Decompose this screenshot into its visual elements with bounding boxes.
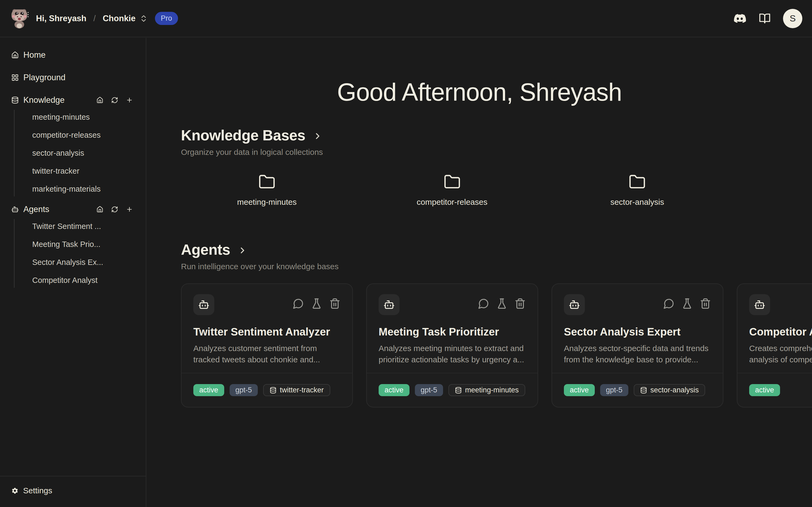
agent-card[interactable]: Competitor Analyst Creates comprehensive… [737,283,812,407]
sidebar-agent-item[interactable]: Meeting Task Prio... [32,235,139,253]
kb-section-subtitle: Organize your data in logical collection… [181,148,723,157]
agent-card[interactable]: Twitter Sentiment Analyzer Analyzes cust… [181,283,353,407]
agent-description: Analyzes meeting minutes to extract and … [379,343,526,365]
agent-card-footer: active gpt-5 twitter-tracker [181,373,352,407]
sidebar-item-settings[interactable]: Settings [11,486,134,495]
sidebar-item-agents[interactable]: Agents [11,202,139,217]
folder-icon [629,173,646,190]
sidebar-agent-item[interactable]: Competitor Analyst [32,271,139,289]
sidebar-item-label: Agents [23,205,49,214]
kb-section-header[interactable]: Knowledge Bases [181,127,723,144]
agent-description: Creates comprehensive analysis of compet… [749,343,812,365]
top-bar: Hi, Shreyash / Chonkie Pro S [0,0,812,37]
sidebar-item-label: Settings [23,486,52,495]
plus-icon[interactable] [126,97,133,104]
sidebar-footer: Settings [0,476,146,507]
workspace-name[interactable]: Chonkie [103,14,136,23]
gear-icon [11,487,18,494]
avatar[interactable]: S [783,9,802,28]
sidebar-kb-item[interactable]: sector-analysis [32,144,139,162]
sidebar-item-label: Home [23,50,46,60]
sidebar-nav: Home Playground Knowledge meeting-minute… [0,38,146,289]
trash-icon[interactable] [515,298,526,309]
grid-icon [11,74,19,81]
docs-book-icon[interactable] [759,13,771,24]
agent-card-footer: active gpt-5 meeting-minutes [367,373,538,407]
agents-actions [96,206,139,213]
agents-subtree: Twitter Sentiment ... Meeting Task Prio.… [11,217,139,289]
sidebar: Home Playground Knowledge meeting-minute… [0,38,146,507]
sidebar-item-playground[interactable]: Playground [11,70,139,85]
home-icon[interactable] [96,206,103,213]
refresh-icon[interactable] [111,206,118,213]
model-badge: gpt-5 [415,384,443,396]
sidebar-item-home[interactable]: Home [11,48,139,62]
agent-card[interactable]: Meeting Task Prioritizer Analyzes meetin… [366,283,538,407]
kb-section-title: Knowledge Bases [181,127,305,144]
knowledge-actions [96,97,139,104]
chat-icon[interactable] [293,298,304,309]
home-icon[interactable] [96,97,103,104]
refresh-icon[interactable] [111,97,118,104]
agent-title: Twitter Sentiment Analyzer [193,326,340,338]
knowledge-subtree: meeting-minutes competitor-releases sect… [11,108,139,198]
chonkie-logo-icon [10,7,29,30]
sidebar-kb-item[interactable]: competitor-releases [32,126,139,144]
flask-icon[interactable] [682,298,693,309]
sidebar-agent-item[interactable]: Sector Analysis Ex... [32,253,139,271]
folder-icon [258,173,275,190]
database-icon [455,387,462,394]
sidebar-item-knowledge[interactable]: Knowledge [11,93,139,108]
chat-icon[interactable] [478,298,489,309]
page-greeting: Good Afternoon, Shreyash [147,78,812,106]
model-badge: gpt-5 [230,384,258,396]
agent-title: Competitor Analyst [749,326,812,338]
agent-card-actions [293,298,340,309]
knowledge-base-badge: meeting-minutes [448,384,525,396]
agents-section-subtitle: Run intelligence over your knowledge bas… [181,262,723,271]
agent-card[interactable]: Sector Analysis Expert Analyzes sector-s… [551,283,723,407]
flask-icon[interactable] [496,298,507,309]
agents-section-title: Agents [181,241,230,258]
flask-icon[interactable] [311,298,322,309]
kb-folder[interactable]: sector-analysis [551,173,723,207]
trash-icon[interactable] [700,298,711,309]
sidebar-item-label: Knowledge [23,95,64,105]
knowledge-base-badge-label: meeting-minutes [465,386,519,394]
folder-icon [444,173,461,190]
kb-folder-label: meeting-minutes [237,198,297,207]
knowledge-base-badge: sector-analysis [634,384,705,396]
agent-card-footer: active [737,373,812,407]
agent-title: Meeting Task Prioritizer [379,326,526,338]
agents-section-header[interactable]: Agents [181,241,723,258]
sidebar-kb-item[interactable]: marketing-materials [32,180,139,198]
chevron-right-icon [238,245,247,255]
plus-icon[interactable] [126,206,133,213]
app-root: Hi, Shreyash / Chonkie Pro S Home Playgr… [0,0,812,507]
robot-icon [198,299,209,310]
chat-icon[interactable] [663,298,674,309]
sidebar-kb-item[interactable]: meeting-minutes [32,108,139,126]
kb-folder[interactable]: competitor-releases [366,173,538,207]
discord-icon[interactable] [733,12,747,25]
trash-icon[interactable] [329,298,340,309]
status-badge: active [193,384,224,396]
sidebar-kb-item[interactable]: twitter-tracker [32,162,139,180]
agent-description: Analyzes customer sentiment from tracked… [193,343,340,365]
main-content: Good Afternoon, Shreyash Knowledge Bases… [147,38,812,507]
kb-folder[interactable]: meeting-minutes [181,173,353,207]
agent-avatar [749,294,770,315]
status-badge: active [379,384,410,396]
sidebar-agent-item[interactable]: Twitter Sentiment ... [32,217,139,235]
agent-avatar [379,294,399,315]
database-icon [270,387,277,394]
status-badge: active [564,384,595,396]
topbar-actions: S [733,9,802,28]
kb-folder-row: meeting-minutes competitor-releases sect… [181,173,723,207]
agent-avatar [564,294,585,315]
model-badge: gpt-5 [600,384,629,396]
kb-folder-label: sector-analysis [610,198,664,207]
agent-card-footer: active gpt-5 sector-analysis [552,373,723,407]
content-container: Knowledge Bases Organize your data in lo… [181,127,723,407]
chevrons-up-down-icon[interactable] [140,14,148,23]
